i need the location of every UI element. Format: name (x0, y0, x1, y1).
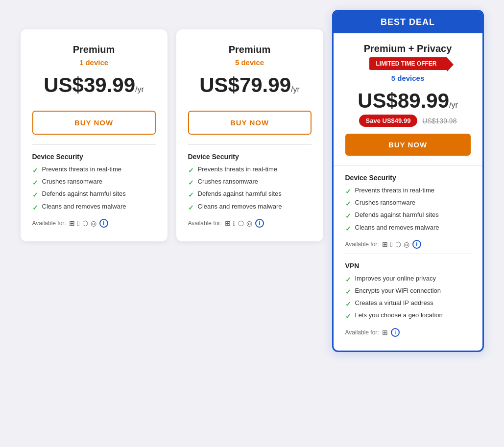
feature-item: ✓Improves your online privacy (345, 275, 471, 284)
available-label-3: Available for: (345, 241, 379, 248)
plan-price-1: US$39.99/yr (32, 73, 156, 97)
feature-item: ✓Creates a virtual IP address (345, 299, 471, 308)
vpn-available-label: Available for: (345, 329, 379, 336)
vpn-info-icon[interactable]: i (391, 328, 400, 337)
feature-item: ✓Defends against harmful sites (345, 211, 471, 220)
plan-card-premium-1: Premium 1 device US$39.99/yr BUY NOW Dev… (21, 29, 168, 241)
buy-button-1[interactable]: BUY NOW (32, 111, 156, 135)
device-security-title-1: Device Security (32, 153, 156, 161)
vpn-feature-list: ✓Improves your online privacy ✓Encrypts … (345, 275, 471, 321)
divider-2 (188, 144, 312, 145)
vpn-divider (345, 254, 471, 254)
feature-item: ✓Crushes ransomware (188, 178, 312, 187)
feature-item: ✓Crushes ransomware (32, 178, 156, 187)
feature-item: ✓Prevents threats in real-time (188, 165, 312, 175)
check-icon: ✓ (345, 300, 351, 308)
check-icon: ✓ (345, 199, 351, 208)
check-icon: ✓ (32, 190, 38, 199)
check-icon: ✓ (188, 178, 194, 187)
plan-devices-3: 5 devices (345, 74, 471, 82)
plan-title-2: Premium (188, 44, 312, 55)
limited-offer-wrapper: LIMITED TIME OFFER (345, 57, 471, 70)
device-security-title-3: Device Security (345, 174, 471, 182)
available-row-1: Available for: ⊞  ⬡ ◎ i (32, 219, 156, 228)
feature-item: ✓Prevents threats in real-time (32, 165, 156, 175)
best-deal-label: BEST DEAL (381, 17, 435, 27)
android-icon: ⬡ (82, 219, 88, 227)
feature-item: ✓Crushes ransomware (345, 199, 471, 208)
chrome-icon: ◎ (404, 240, 409, 248)
platform-icons-1: ⊞  ⬡ ◎ (69, 219, 96, 227)
check-icon: ✓ (345, 312, 351, 321)
feature-item: ✓Cleans and removes malware (345, 224, 471, 233)
best-card-inner: Premium + Privacy LIMITED TIME OFFER 5 d… (334, 33, 482, 156)
info-icon-2[interactable]: i (255, 219, 264, 228)
check-icon: ✓ (345, 287, 351, 296)
feature-item: ✓Defends against harmful sites (32, 190, 156, 199)
chrome-icon: ◎ (91, 219, 96, 227)
check-icon: ✓ (188, 166, 194, 175)
windows-icon: ⊞ (69, 219, 75, 227)
plan-price-2: US$79.99/yr (188, 73, 312, 97)
info-icon-1[interactable]: i (99, 219, 108, 228)
info-icon-3[interactable]: i (412, 240, 421, 249)
feature-item: ✓Prevents threats in real-time (345, 187, 471, 196)
check-icon: ✓ (32, 166, 38, 175)
price-per-yr-1: /yr (135, 85, 144, 94)
check-icon: ✓ (345, 275, 351, 284)
windows-icon: ⊞ (382, 240, 388, 248)
check-icon: ✓ (345, 224, 351, 233)
buy-button-2[interactable]: BUY NOW (188, 111, 312, 135)
check-icon: ✓ (188, 190, 194, 199)
feature-item: ✓Cleans and removes malware (188, 203, 312, 212)
plan-devices-2: 5 device (188, 58, 312, 67)
original-price: US$139.98 (422, 117, 456, 125)
available-row-2: Available for: ⊞  ⬡ ◎ i (188, 219, 312, 228)
feature-list-2: ✓Prevents threats in real-time ✓Crushes … (188, 165, 312, 212)
limited-offer-badge: LIMITED TIME OFFER (369, 57, 447, 70)
windows-icon: ⊞ (225, 219, 231, 227)
check-icon: ✓ (345, 212, 351, 220)
check-icon: ✓ (188, 203, 194, 212)
best-section-inner: Device Security ✓Prevents threats in rea… (334, 174, 482, 337)
plan-devices-1: 1 device (32, 58, 156, 67)
chrome-icon: ◎ (246, 219, 252, 227)
price-amount-1: US$39.99 (44, 73, 135, 96)
price-amount-3: US$89.99 (358, 89, 449, 112)
divider-3 (334, 165, 482, 166)
device-security-title-2: Device Security (188, 153, 312, 161)
save-badge: Save US$49.99 (359, 115, 418, 127)
best-deal-header: BEST DEAL (334, 11, 482, 33)
platform-icons-2: ⊞  ⬡ ◎ (225, 219, 252, 227)
plan-card-premium-5: Premium 5 device US$79.99/yr BUY NOW Dev… (176, 29, 323, 241)
vpn-platform-icons: ⊞ (382, 329, 388, 336)
feature-list-1: ✓Prevents threats in real-time ✓Crushes … (32, 165, 156, 212)
feature-item: ✓Lets you choose a geo location (345, 311, 471, 321)
check-icon: ✓ (345, 187, 351, 196)
plan-title-3: Premium + Privacy (345, 43, 471, 54)
buy-button-3[interactable]: BUY NOW (345, 134, 471, 156)
vpn-available-row: Available for: ⊞ i (345, 328, 471, 337)
available-row-3: Available for: ⊞  ⬡ ◎ i (345, 240, 471, 249)
windows-icon: ⊞ (382, 329, 388, 336)
vpn-section: VPN ✓Improves your online privacy ✓Encry… (345, 254, 471, 337)
android-icon: ⬡ (395, 240, 401, 248)
platform-icons-3: ⊞  ⬡ ◎ (382, 240, 409, 248)
check-icon: ✓ (32, 178, 38, 187)
feature-item: ✓Defends against harmful sites (188, 190, 312, 199)
apple-icon:  (390, 240, 393, 248)
plan-card-premium-privacy: BEST DEAL Premium + Privacy LIMITED TIME… (332, 10, 484, 352)
save-row: Save US$49.99 US$139.98 (345, 115, 471, 127)
feature-item: ✓Cleans and removes malware (32, 203, 156, 212)
apple-icon:  (233, 219, 236, 227)
feature-item: ✓Encrypts your WiFi connection (345, 287, 471, 296)
available-label-2: Available for: (188, 220, 222, 227)
price-per-yr-2: /yr (291, 85, 300, 94)
feature-list-3: ✓Prevents threats in real-time ✓Crushes … (345, 187, 471, 233)
price-amount-2: US$79.99 (199, 73, 291, 96)
android-icon: ⬡ (238, 219, 244, 227)
check-icon: ✓ (32, 203, 38, 212)
vpn-title: VPN (345, 262, 471, 270)
price-per-yr-3: /yr (449, 101, 458, 109)
apple-icon:  (77, 219, 80, 227)
